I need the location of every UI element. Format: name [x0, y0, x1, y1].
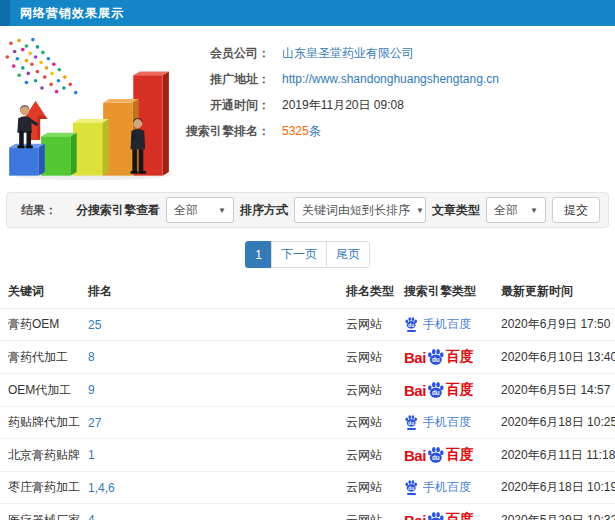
baidu-logo-bai: Bai [404, 349, 426, 366]
filter-controls: 分搜索引擎查看 全部 ▼ 排序方式 关键词由短到长排序 ▼ 文章类型 全部 ▼ … [76, 197, 600, 223]
baidu-paw-icon: du [404, 415, 418, 427]
mobile-baidu-label: 手机百度 [423, 479, 471, 496]
header-keyword: 关键词 [0, 274, 80, 309]
confetti-dots [5, 38, 77, 95]
last-page-button[interactable]: 尾页 [326, 241, 370, 268]
promo-url-link[interactable]: http://www.shandonghuangshengtang.cn [282, 72, 499, 86]
info-row-url: 推广地址： http://www.shandonghuangshengtang.… [178, 66, 499, 92]
mobile-baidu-icon: du [404, 415, 418, 430]
baidu-paw-icon: du [404, 480, 418, 492]
rank-count-label: 搜索引擎排名： [178, 123, 270, 140]
baidu-logo: Baidu百度 [404, 381, 474, 399]
bar-blue [9, 144, 45, 176]
keyword-cell: 枣庄膏药加工 [0, 472, 80, 504]
rank-link[interactable]: 9 [80, 374, 338, 407]
rank-link[interactable]: 4 [80, 504, 338, 520]
rank-type-cell: 云网站 [338, 504, 396, 520]
baidu-logo: Baidu百度 [404, 446, 474, 464]
keyword-cell: 膏药OEM [0, 309, 80, 341]
keyword-cell: 医疗器械厂家 [0, 504, 80, 520]
update-time-cell: 2020年6月18日 10:19 [493, 472, 615, 504]
info-row-rank-count: 搜索引擎排名： 5325条 [178, 118, 499, 144]
mobile-baidu-label: 手机百度 [423, 316, 471, 333]
bar-green [41, 133, 77, 176]
table-row: 枣庄膏药加工 1,4,6 云网站 du手机百度 2020年6月18日 10:19 [0, 472, 615, 504]
mobile-baidu-logo: du手机百度 [404, 479, 471, 496]
member-info-fields: 会员公司： 山东皇圣堂药业有限公司 推广地址： http://www.shand… [178, 30, 499, 190]
sort-filter-value: 关键词由短到长排序 [302, 202, 410, 219]
info-row-open-time: 开通时间： 2019年11月20日 09:08 [178, 92, 499, 118]
article-type-value: 全部 [494, 202, 518, 219]
header-engine-type: 搜索引擎类型 [396, 274, 493, 309]
header-rank: 排名 [80, 274, 338, 309]
pagination: 1 下一页 尾页 [0, 241, 615, 268]
table-row: 药贴牌代加工 27 云网站 du手机百度 2020年6月18日 10:25 [0, 407, 615, 439]
mobile-baidu-icon: du [404, 480, 418, 495]
engine-type-cell: du手机百度 [396, 407, 493, 439]
rank-type-cell: 云网站 [338, 374, 396, 407]
update-time-cell: 2020年6月11日 11:18 [493, 439, 615, 472]
table-row: OEM代加工 9 云网站 Baidu百度 2020年6月5日 14:57 [0, 374, 615, 407]
member-info-section: 会员公司： 山东皇圣堂药业有限公司 推广地址： http://www.shand… [0, 26, 615, 190]
svg-text:du: du [432, 356, 440, 363]
baidu-paw-icon: du [426, 349, 445, 365]
company-label: 会员公司： [178, 45, 270, 62]
result-label: 结果： [21, 202, 57, 219]
submit-button[interactable]: 提交 [552, 197, 600, 223]
rank-link[interactable]: 27 [80, 407, 338, 439]
mobile-baidu-logo: du手机百度 [404, 316, 471, 333]
svg-text:du: du [408, 420, 414, 426]
update-time-cell: 2020年5月29日 10:32 [493, 504, 615, 520]
chevron-down-icon: ▼ [416, 206, 424, 215]
table-row: 北京膏药贴牌 1 云网站 Baidu百度 2020年6月11日 11:18 [0, 439, 615, 472]
update-time-cell: 2020年6月5日 14:57 [493, 374, 615, 407]
page-button-current[interactable]: 1 [245, 241, 272, 268]
engine-type-cell: du手机百度 [396, 472, 493, 504]
rank-count-number: 5325 [282, 124, 309, 138]
rank-type-cell: 云网站 [338, 472, 396, 504]
baidu-logo-bai: Bai [404, 512, 426, 520]
baidu-logo: Baidu百度 [404, 511, 474, 520]
mobile-baidu-logo: du手机百度 [404, 414, 471, 431]
rank-type-cell: 云网站 [338, 407, 396, 439]
next-page-button[interactable]: 下一页 [271, 241, 327, 268]
baidu-logo-cn: 百度 [446, 348, 474, 366]
keyword-cell: OEM代加工 [0, 374, 80, 407]
update-time-cell: 2020年6月9日 17:50 [493, 309, 615, 341]
header-update-time: 最新更新时间 [493, 274, 615, 309]
engine-filter-select[interactable]: 全部 ▼ [166, 197, 234, 223]
table-row: 膏药代加工 8 云网站 Baidu百度 2020年6月10日 13:40 [0, 341, 615, 374]
rank-count-suffix: 条 [309, 124, 321, 138]
baidu-paw-icon: du [426, 382, 445, 398]
rank-link[interactable]: 1,4,6 [80, 472, 338, 504]
engine-type-cell: du手机百度 [396, 309, 493, 341]
company-link[interactable]: 山东皇圣堂药业有限公司 [282, 45, 414, 62]
chevron-down-icon: ▼ [530, 206, 538, 215]
baidu-logo-bai: Bai [404, 447, 426, 464]
header-accent-square [0, 0, 10, 26]
baidu-logo: Baidu百度 [404, 348, 474, 366]
open-time-label: 开通时间： [178, 97, 270, 114]
update-time-cell: 2020年6月18日 10:25 [493, 407, 615, 439]
article-type-label: 文章类型 [432, 202, 480, 219]
baidu-paw-icon: du [426, 512, 445, 520]
baidu-paw-icon: du [426, 447, 445, 463]
table-row: 膏药OEM 25 云网站 du手机百度 2020年6月9日 17:50 [0, 309, 615, 341]
engine-filter-label: 分搜索引擎查看 [76, 202, 160, 219]
keyword-cell: 药贴牌代加工 [0, 407, 80, 439]
baidu-paw-icon: du [404, 317, 418, 329]
baidu-logo-cn: 百度 [446, 381, 474, 399]
sort-filter-select[interactable]: 关键词由短到长排序 ▼ [294, 197, 426, 223]
rank-count-value: 5325条 [282, 123, 321, 140]
info-row-company: 会员公司： 山东皇圣堂药业有限公司 [178, 40, 499, 66]
rank-link[interactable]: 25 [80, 309, 338, 341]
engine-type-cell: Baidu百度 [396, 439, 493, 472]
article-type-select[interactable]: 全部 ▼ [486, 197, 546, 223]
rank-link[interactable]: 1 [80, 439, 338, 472]
rank-link[interactable]: 8 [80, 341, 338, 374]
promo-url-label: 推广地址： [178, 71, 270, 88]
mobile-baidu-label: 手机百度 [423, 414, 471, 431]
bar-yellow [73, 119, 109, 176]
baidu-logo-cn: 百度 [446, 511, 474, 520]
chevron-down-icon: ▼ [218, 206, 226, 215]
